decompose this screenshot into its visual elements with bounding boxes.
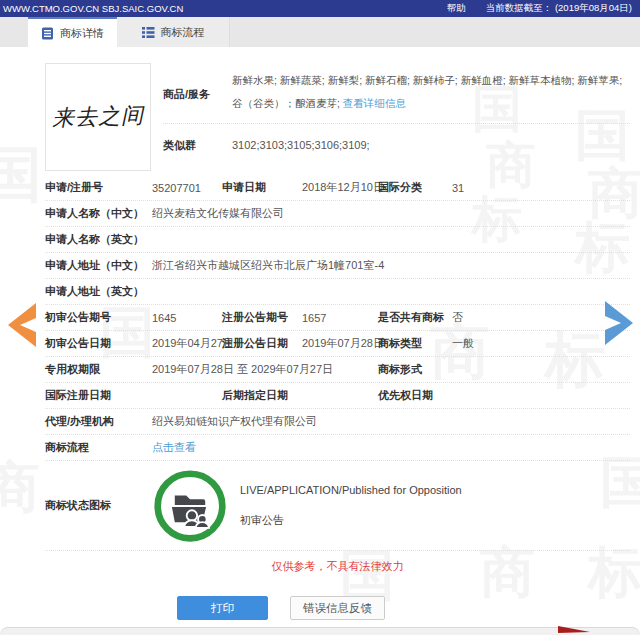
click-to-view-link[interactable]: 点击查看	[152, 440, 196, 455]
tab-label: 商标流程	[161, 25, 205, 40]
field-label: 申请/注册号	[45, 180, 152, 195]
field-label: 后期指定日期	[222, 388, 302, 403]
field-value: 绍兴麦秸文化传媒有限公司	[152, 206, 630, 221]
table-row-exclusive-period: 专用权期限 2019年07月28日 至 2029年07月27日 商标形式	[45, 357, 630, 383]
help-link[interactable]: 帮助	[447, 2, 466, 15]
goods-line1: 新鲜水果; 新鲜蔬菜; 新鲜梨; 新鲜石榴; 新鲜柿子; 新鲜血橙; 新鲜草本植…	[232, 69, 630, 92]
field-label: 申请人地址（中文）	[45, 258, 152, 273]
tab-trademark-details[interactable]: 商标详情	[28, 17, 117, 47]
field-label: 申请人名称（英文）	[45, 232, 152, 247]
action-buttons: 打印 错误信息反馈	[177, 596, 630, 620]
field-label: 初审公告期号	[45, 310, 152, 325]
table-row-announcement-no: 初审公告期号 1645 注册公告期号 1657 是否共有商标 否	[45, 305, 630, 331]
field-label: 代理/办理机构	[45, 414, 152, 429]
trademark-summary-section: 来去之间 商品/服务 新鲜水果; 新鲜蔬菜; 新鲜梨; 新鲜石榴; 新鲜柿子; …	[45, 63, 630, 175]
tab-trademark-process[interactable]: 商标流程	[117, 17, 230, 47]
error-feedback-button[interactable]: 错误信息反馈	[290, 596, 385, 620]
view-detail-link[interactable]: 查看详细信息	[343, 97, 406, 109]
field-label: 初审公告日期	[45, 336, 152, 351]
field-label: 注册公告期号	[222, 310, 302, 325]
field-value: 35207701	[152, 182, 222, 194]
field-label: 商标流程	[45, 440, 152, 455]
field-value: 2019年07月28日	[302, 336, 378, 351]
top-bar: WWW.CTMO.GOV.CN SBJ.SAIC.GOV.CN 帮助 当前数据截…	[0, 0, 640, 17]
tab-bar: 商标详情 商标流程	[0, 17, 640, 47]
trademark-calligraphy-text: 来去之间	[52, 100, 145, 133]
field-label: 申请日期	[222, 180, 302, 195]
field-value: 浙江省绍兴市越城区绍兴市北辰广场1幢701室-4	[152, 258, 630, 273]
field-value: 2019年04月27日	[152, 336, 222, 351]
field-value: 否	[452, 310, 630, 325]
status-line-en: LIVE/APPLICATION/Published for Oppositio…	[240, 476, 462, 506]
list-icon	[142, 26, 155, 39]
document-icon	[41, 27, 54, 40]
field-label: 国际注册日期	[45, 388, 152, 403]
similar-group-row: 类似群 3102;3103;3105;3106;3109;	[163, 128, 630, 162]
field-label: 申请人地址（英文）	[45, 284, 152, 299]
field-label: 优先权日期	[378, 388, 452, 403]
trademark-image: 来去之间	[45, 63, 151, 171]
table-row-process: 商标流程 点击查看	[45, 435, 630, 461]
goods-line2: 谷（谷类）；酿酒麦芽; 查看详细信息	[232, 92, 630, 115]
chevron-right-icon	[605, 301, 633, 345]
previous-record-arrow[interactable]	[8, 303, 36, 349]
table-row-intl-dates: 国际注册日期 后期指定日期 优先权日期	[45, 383, 630, 409]
field-value: 1645	[152, 312, 222, 324]
goods-line2-text: 谷（谷类）；酿酒麦芽;	[232, 97, 340, 109]
field-label: 商标状态图标	[45, 498, 152, 513]
field-label: 商品/服务	[163, 87, 232, 102]
footer-bar	[0, 627, 640, 635]
tab-label: 商标详情	[60, 26, 104, 41]
field-value: 2018年12月10日	[302, 180, 378, 195]
field-label: 是否共有商标	[378, 310, 452, 325]
print-button[interactable]: 打印	[177, 596, 268, 620]
chevron-left-icon	[8, 303, 36, 347]
field-value: 31	[452, 182, 630, 194]
field-value: 3102;3103;3105;3106;3109;	[232, 139, 370, 151]
legal-disclaimer: 仅供参考，不具有法律效力	[45, 559, 630, 574]
field-value: 2019年07月28日 至 2029年07月27日	[152, 362, 378, 377]
table-row-registration: 申请/注册号 35207701 申请日期 2018年12月10日 国际分类 31	[45, 175, 630, 201]
folder-people-icon	[152, 468, 228, 544]
red-arrow-icon	[558, 625, 590, 633]
table-row-agency: 代理/办理机构 绍兴易知链知识产权代理有限公司	[45, 409, 630, 435]
field-label: 注册公告日期	[222, 336, 302, 351]
goods-services-row: 商品/服务 新鲜水果; 新鲜蔬菜; 新鲜梨; 新鲜石榴; 新鲜柿子; 新鲜血橙;…	[163, 63, 630, 119]
data-cutoff-date: 当前数据截至： (2019年08月04日)	[486, 2, 632, 15]
table-row-address-cn: 申请人地址（中文） 浙江省绍兴市越城区绍兴市北辰广场1幢701室-4	[45, 253, 630, 279]
divider	[163, 123, 630, 124]
table-row-applicant-cn: 申请人名称（中文） 绍兴麦秸文化传媒有限公司	[45, 201, 630, 227]
trademark-status-icon	[152, 468, 228, 544]
site-domains: WWW.CTMO.GOV.CN SBJ.SAIC.GOV.CN	[3, 3, 183, 14]
table-row-address-en: 申请人地址（英文）	[45, 279, 630, 305]
field-label: 申请人名称（中文）	[45, 206, 152, 221]
trademark-detail-panel: 来去之间 商品/服务 新鲜水果; 新鲜蔬菜; 新鲜梨; 新鲜石榴; 新鲜柿子; …	[0, 47, 640, 620]
field-label: 商标类型	[378, 336, 452, 351]
field-label: 国际分类	[378, 180, 452, 195]
status-line-cn: 初审公告	[240, 506, 462, 536]
table-row-applicant-en: 申请人名称（英文）	[45, 227, 630, 253]
table-row-status: 商标状态图标 LIVE/APPLICATION/Published for Op…	[45, 461, 630, 551]
field-value: 一般	[452, 336, 630, 351]
field-label: 类似群	[163, 138, 232, 153]
field-label: 商标形式	[378, 362, 452, 377]
table-row-announcement-date: 初审公告日期 2019年04月27日 注册公告日期 2019年07月28日 商标…	[45, 331, 630, 357]
field-value: 绍兴易知链知识产权代理有限公司	[152, 414, 630, 429]
field-label: 专用权期限	[45, 362, 152, 377]
next-record-arrow[interactable]	[605, 301, 633, 347]
field-value: 1657	[302, 312, 378, 324]
